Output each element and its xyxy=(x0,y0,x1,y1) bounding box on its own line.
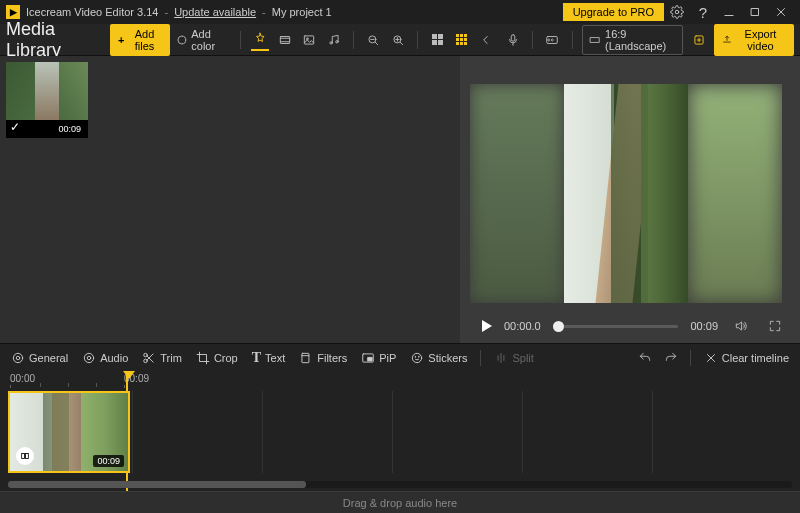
separator: - xyxy=(164,6,168,18)
svg-line-14 xyxy=(376,42,378,44)
close-icon[interactable] xyxy=(768,0,794,24)
stickers-button[interactable]: Stickers xyxy=(405,348,472,368)
filter-audio-icon[interactable] xyxy=(325,29,344,51)
media-thumbnail[interactable]: ✓ 00:09 xyxy=(6,62,88,138)
main-area: ✓ 00:09 00:00.0 00:09 xyxy=(0,56,800,343)
pip-button[interactable]: PiP xyxy=(356,348,401,368)
edit-toolbar: General Audio Trim Crop TText Filters Pi… xyxy=(0,343,800,371)
upgrade-button[interactable]: Upgrade to PRO xyxy=(563,3,664,21)
toolbar: Media Library +Add files Add color 16:9 … xyxy=(0,24,800,56)
filters-button[interactable]: Filters xyxy=(294,348,352,368)
svg-rect-23 xyxy=(591,37,600,42)
svg-point-39 xyxy=(419,356,420,357)
add-color-button[interactable]: Add color xyxy=(176,28,230,52)
add-files-button[interactable]: +Add files xyxy=(110,24,170,56)
svg-point-37 xyxy=(413,353,422,362)
text-button[interactable]: TText xyxy=(247,347,291,369)
collapse-icon[interactable] xyxy=(477,29,496,51)
check-icon: ✓ xyxy=(10,120,24,134)
maximize-icon[interactable] xyxy=(742,0,768,24)
total-time: 00:09 xyxy=(690,320,718,332)
export-button[interactable]: Export video xyxy=(714,24,794,56)
general-button[interactable]: General xyxy=(6,348,73,368)
view-grid-large-icon[interactable] xyxy=(428,29,447,51)
svg-point-27 xyxy=(87,356,91,360)
play-button[interactable] xyxy=(482,320,492,332)
svg-rect-6 xyxy=(280,36,289,43)
filter-all-icon[interactable] xyxy=(251,29,270,51)
svg-point-11 xyxy=(330,41,332,43)
redo-icon[interactable] xyxy=(660,347,682,369)
timeline-panel: 00:00 00:09 00:09 xyxy=(0,371,800,491)
transition-icon[interactable] xyxy=(16,447,34,465)
media-library-panel: ✓ 00:09 xyxy=(0,56,460,343)
aspect-ratio-selector[interactable]: 16:9 (Landscape) xyxy=(582,25,683,55)
svg-point-28 xyxy=(84,353,93,362)
timeline-ruler[interactable]: 00:00 00:09 xyxy=(0,371,800,389)
help-icon[interactable]: ? xyxy=(690,0,716,24)
svg-point-38 xyxy=(415,356,416,357)
timeline-empty-grid[interactable] xyxy=(132,391,800,473)
ruler-mark: 00:00 xyxy=(10,373,35,384)
svg-rect-20 xyxy=(511,34,515,40)
library-title: Media Library xyxy=(6,19,98,61)
app-logo: ▶ xyxy=(6,5,20,19)
captions-icon[interactable] xyxy=(543,29,562,51)
separator: - xyxy=(262,6,266,18)
svg-rect-22 xyxy=(547,36,558,43)
thumbnail-duration: 00:09 xyxy=(54,123,85,135)
svg-point-26 xyxy=(13,353,22,362)
undo-icon[interactable] xyxy=(634,347,656,369)
microphone-icon[interactable] xyxy=(504,29,523,51)
svg-rect-2 xyxy=(752,9,759,16)
preview-controls: 00:00.0 00:09 xyxy=(460,309,800,343)
audio-button[interactable]: Audio xyxy=(77,348,133,368)
clear-timeline-button[interactable]: Clear timeline xyxy=(699,348,794,368)
split-button[interactable]: Split xyxy=(489,348,538,368)
project-name-label: My project 1 xyxy=(272,6,332,18)
audio-drop-zone[interactable]: Drag & drop audio here xyxy=(0,491,800,513)
svg-point-10 xyxy=(307,37,309,39)
svg-rect-9 xyxy=(305,35,314,43)
seek-slider[interactable] xyxy=(553,325,679,328)
crop-button[interactable]: Crop xyxy=(191,348,243,368)
svg-rect-33 xyxy=(302,353,309,362)
preview-canvas[interactable] xyxy=(470,84,782,303)
app-name-label: Icecream Video Editor 3.14 xyxy=(26,6,158,18)
filter-video-icon[interactable] xyxy=(275,29,294,51)
preview-lock-icon[interactable] xyxy=(689,29,708,51)
view-grid-small-icon[interactable] xyxy=(453,29,472,51)
timeline-scrollbar[interactable] xyxy=(8,481,792,488)
settings-icon[interactable] xyxy=(664,0,690,24)
svg-rect-46 xyxy=(25,454,28,459)
preview-panel: 00:00.0 00:09 xyxy=(460,56,800,343)
zoom-in-icon[interactable] xyxy=(389,29,408,51)
update-link[interactable]: Update available xyxy=(174,6,256,18)
filter-image-icon[interactable] xyxy=(300,29,319,51)
timeline-clip[interactable]: 00:09 xyxy=(8,391,130,473)
svg-rect-45 xyxy=(22,454,25,459)
clip-duration: 00:09 xyxy=(93,455,124,467)
zoom-out-icon[interactable] xyxy=(364,29,383,51)
svg-point-12 xyxy=(336,40,338,42)
minimize-icon[interactable] xyxy=(716,0,742,24)
fullscreen-icon[interactable] xyxy=(764,315,786,337)
svg-point-25 xyxy=(16,356,20,360)
svg-rect-36 xyxy=(368,357,372,361)
volume-icon[interactable] xyxy=(730,315,752,337)
trim-button[interactable]: Trim xyxy=(137,348,187,368)
svg-point-0 xyxy=(675,10,679,14)
svg-line-17 xyxy=(400,42,402,44)
current-time: 00:00.0 xyxy=(504,320,541,332)
